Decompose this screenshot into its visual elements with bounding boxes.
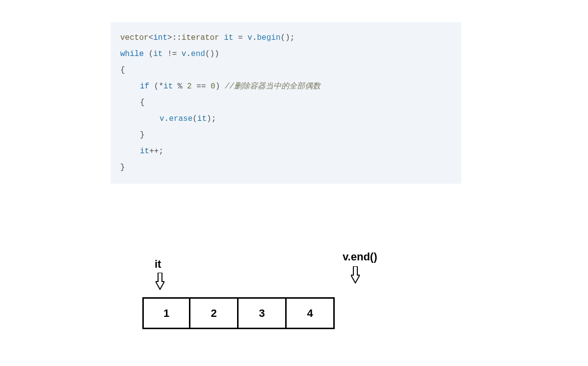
token-keyword: if bbox=[140, 82, 149, 91]
token-punc: ) bbox=[285, 33, 290, 42]
code-line: } bbox=[120, 160, 452, 176]
token-punc: < bbox=[149, 33, 154, 42]
token-id: it bbox=[140, 147, 149, 156]
token-id: v bbox=[160, 114, 164, 123]
token-keyword: int bbox=[153, 33, 167, 42]
token-punc: . bbox=[164, 114, 169, 123]
code-block: vector<int>::iterator it = v.begin(); wh… bbox=[110, 22, 461, 184]
vector-cell: 3 bbox=[239, 297, 287, 329]
arrow-down-icon bbox=[156, 273, 164, 290]
comment-text: 删除容器当中的全部偶数 bbox=[234, 82, 321, 91]
vector-cell: 1 bbox=[142, 297, 190, 329]
code-line: } bbox=[120, 127, 452, 143]
comment: //删除容器当中的全部偶数 bbox=[225, 82, 321, 91]
code-line: it++; bbox=[120, 143, 452, 160]
token-punc: ( bbox=[154, 82, 159, 91]
token-op: != bbox=[167, 50, 177, 58]
arrow-down-icon bbox=[351, 266, 360, 283]
code-line: if (*it % 2 == 0) //删除容器当中的全部偶数 bbox=[120, 79, 452, 95]
token-punc: } bbox=[140, 131, 145, 140]
code-line: v.erase(it); bbox=[120, 111, 452, 127]
comment-prefix: // bbox=[225, 82, 234, 91]
token-punc: { bbox=[120, 66, 125, 75]
token-punc: ) bbox=[207, 114, 212, 123]
token-punc: ( bbox=[281, 33, 286, 42]
token-func: begin bbox=[257, 33, 281, 42]
token-id: it bbox=[224, 33, 233, 42]
token-op: == bbox=[196, 82, 206, 91]
code-line: { bbox=[120, 95, 452, 111]
code-line: { bbox=[120, 62, 452, 79]
vector-cell: 2 bbox=[190, 297, 239, 329]
token-punc: ) bbox=[210, 50, 215, 58]
token-id: v bbox=[247, 33, 252, 42]
token-punc: } bbox=[120, 163, 125, 172]
token-punc: ( bbox=[205, 50, 210, 58]
token-op: = bbox=[238, 33, 243, 42]
token-punc: ; bbox=[159, 147, 163, 156]
token-func: end bbox=[191, 50, 205, 58]
token-punc: ( bbox=[192, 114, 197, 123]
token-id: it bbox=[153, 50, 162, 58]
token-num: 2 bbox=[187, 82, 192, 91]
code-line: while (it != v.end()) bbox=[120, 46, 452, 62]
vector-cell: 4 bbox=[287, 297, 335, 329]
token-type: vector bbox=[120, 33, 149, 42]
token-op: * bbox=[159, 82, 163, 91]
token-punc: . bbox=[252, 33, 257, 42]
token-punc: ) bbox=[215, 82, 220, 91]
token-keyword: while bbox=[120, 50, 144, 58]
vector-cells: 1 2 3 4 bbox=[142, 297, 335, 329]
token-punc: > bbox=[167, 33, 172, 42]
token-type: iterator bbox=[182, 33, 219, 42]
token-id: it bbox=[197, 114, 207, 123]
end-label: v.end() bbox=[343, 251, 377, 263]
iterator-label: it bbox=[155, 258, 161, 271]
token-op: ++ bbox=[149, 147, 159, 156]
vector-diagram: it v.end() 1 2 3 4 bbox=[142, 246, 437, 344]
token-op: % bbox=[178, 82, 183, 91]
token-punc: :: bbox=[172, 33, 182, 42]
token-func: erase bbox=[169, 114, 192, 123]
token-punc: { bbox=[140, 98, 145, 107]
token-id: it bbox=[163, 82, 173, 91]
code-line: vector<int>::iterator it = v.begin(); bbox=[120, 30, 452, 46]
token-punc: ) bbox=[214, 50, 219, 58]
token-punc: ( bbox=[149, 50, 154, 58]
token-punc: . bbox=[186, 50, 191, 58]
token-num: 0 bbox=[211, 82, 215, 91]
token-punc: ; bbox=[212, 114, 216, 123]
token-punc: ; bbox=[290, 33, 295, 42]
